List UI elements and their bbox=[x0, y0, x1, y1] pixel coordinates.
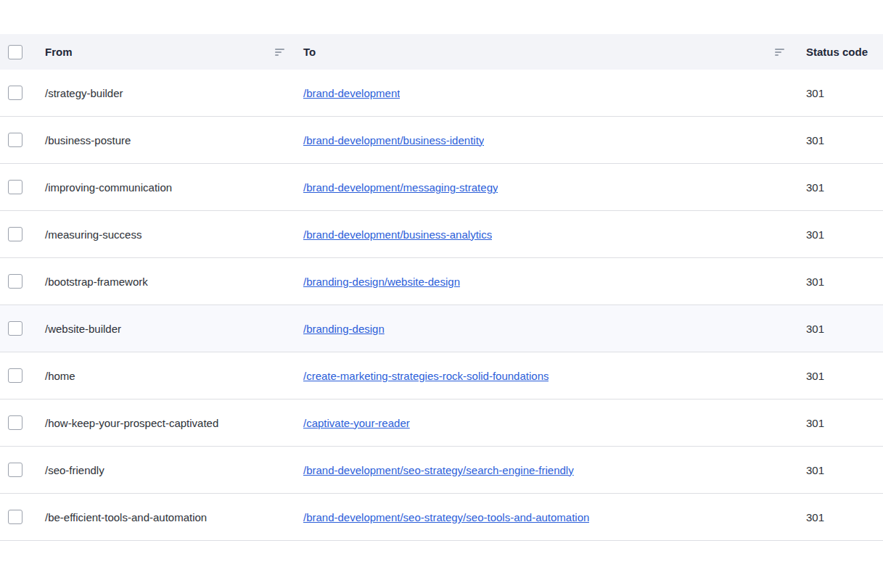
status-code: 301 bbox=[806, 417, 824, 429]
to-url-link[interactable]: /branding-design bbox=[303, 323, 385, 335]
row-checkbox-cell bbox=[0, 463, 45, 477]
to-url-link[interactable]: /captivate-your-reader bbox=[303, 417, 410, 429]
row-to-cell: /brand-development/seo-strategy/seo-tool… bbox=[303, 511, 806, 523]
from-url: /how-keep-your-prospect-captivated bbox=[45, 417, 218, 429]
row-checkbox-cell bbox=[0, 180, 45, 194]
status-code: 301 bbox=[806, 134, 824, 146]
row-checkbox-cell bbox=[0, 227, 45, 241]
row-checkbox[interactable] bbox=[8, 86, 22, 100]
sort-icon-to[interactable] bbox=[774, 47, 787, 57]
row-status-cell: 301 bbox=[806, 134, 883, 146]
row-to-cell: /branding-design/website-design bbox=[303, 276, 806, 288]
row-status-cell: 301 bbox=[806, 87, 883, 99]
row-status-cell: 301 bbox=[806, 228, 883, 241]
row-to-cell: /brand-development/business-analytics bbox=[303, 228, 806, 241]
status-code: 301 bbox=[806, 323, 824, 335]
from-url: /measuring-success bbox=[45, 228, 141, 241]
row-checkbox[interactable] bbox=[8, 274, 22, 289]
row-checkbox-cell bbox=[0, 274, 45, 289]
row-status-cell: 301 bbox=[806, 511, 883, 523]
column-header-to[interactable]: To bbox=[303, 46, 316, 58]
from-url: /home bbox=[45, 370, 75, 382]
row-from-cell: /how-keep-your-prospect-captivated bbox=[45, 417, 303, 429]
row-checkbox[interactable] bbox=[8, 368, 22, 383]
to-url-link[interactable]: /create-marketing-strategies-rock-solid-… bbox=[303, 370, 549, 382]
row-checkbox[interactable] bbox=[8, 415, 22, 430]
row-to-cell: /branding-design bbox=[303, 323, 806, 335]
row-to-cell: /brand-development/seo-strategy/search-e… bbox=[303, 464, 806, 476]
row-checkbox[interactable] bbox=[8, 510, 22, 524]
column-header-status-code: Status code bbox=[806, 46, 868, 58]
to-url-link[interactable]: /brand-development/business-analytics bbox=[303, 228, 492, 241]
row-to-cell: /brand-development/business-identity bbox=[303, 134, 806, 146]
row-checkbox[interactable] bbox=[8, 180, 22, 194]
table-row: /improving-communication /brand-developm… bbox=[0, 164, 883, 211]
header-from-cell: From bbox=[45, 46, 303, 58]
row-to-cell: /create-marketing-strategies-rock-solid-… bbox=[303, 370, 806, 382]
table-row: /strategy-builder /brand-development 301 bbox=[0, 70, 883, 117]
select-all-checkbox[interactable] bbox=[8, 45, 22, 59]
row-checkbox-cell bbox=[0, 510, 45, 524]
table-row: /how-keep-your-prospect-captivated /capt… bbox=[0, 399, 883, 447]
table-body: /strategy-builder /brand-development 301… bbox=[0, 70, 883, 541]
table-row: /website-builder /branding-design 301 bbox=[0, 305, 883, 352]
to-url-link[interactable]: /brand-development/seo-strategy/seo-tool… bbox=[303, 511, 589, 523]
status-code: 301 bbox=[806, 228, 824, 241]
row-checkbox[interactable] bbox=[8, 321, 22, 336]
table-row: /measuring-success /brand-development/bu… bbox=[0, 211, 883, 258]
row-from-cell: /be-efficient-tools-and-automation bbox=[45, 511, 303, 523]
row-status-cell: 301 bbox=[806, 464, 883, 476]
from-url: /strategy-builder bbox=[45, 87, 123, 99]
row-from-cell: /measuring-success bbox=[45, 228, 303, 241]
header-checkbox-cell bbox=[0, 45, 45, 59]
row-checkbox[interactable] bbox=[8, 227, 22, 241]
row-from-cell: /improving-communication bbox=[45, 181, 303, 194]
to-url-link[interactable]: /brand-development bbox=[303, 87, 400, 99]
status-code: 301 bbox=[806, 276, 824, 288]
column-header-from[interactable]: From bbox=[45, 46, 73, 58]
row-checkbox[interactable] bbox=[8, 133, 22, 147]
status-code: 301 bbox=[806, 87, 824, 99]
from-url: /improving-communication bbox=[45, 181, 172, 194]
table-row: /business-posture /brand-development/bus… bbox=[0, 117, 883, 164]
row-from-cell: /seo-friendly bbox=[45, 464, 303, 476]
status-code: 301 bbox=[806, 181, 824, 194]
status-code: 301 bbox=[806, 511, 824, 523]
row-checkbox-cell bbox=[0, 415, 45, 430]
row-status-cell: 301 bbox=[806, 323, 883, 335]
from-url: /business-posture bbox=[45, 134, 131, 146]
row-from-cell: /home bbox=[45, 370, 303, 382]
from-url: /bootstrap-framework bbox=[45, 276, 148, 288]
to-url-link[interactable]: /brand-development/business-identity bbox=[303, 134, 484, 146]
sort-icon-from[interactable] bbox=[274, 47, 287, 57]
table-row: /home /create-marketing-strategies-rock-… bbox=[0, 352, 883, 399]
status-code: 301 bbox=[806, 464, 824, 476]
row-to-cell: /captivate-your-reader bbox=[303, 417, 806, 429]
redirects-report-page: From To bbox=[0, 34, 883, 588]
row-from-cell: /website-builder bbox=[45, 323, 303, 335]
row-checkbox-cell bbox=[0, 368, 45, 383]
header-status-cell: Status code bbox=[806, 46, 883, 58]
to-url-link[interactable]: /branding-design/website-design bbox=[303, 276, 460, 288]
table-row: /seo-friendly /brand-development/seo-str… bbox=[0, 447, 883, 494]
from-url: /be-efficient-tools-and-automation bbox=[45, 511, 207, 523]
to-url-link[interactable]: /brand-development/messaging-strategy bbox=[303, 181, 498, 194]
row-from-cell: /strategy-builder bbox=[45, 87, 303, 99]
row-status-cell: 301 bbox=[806, 276, 883, 288]
row-checkbox-cell bbox=[0, 321, 45, 336]
row-status-cell: 301 bbox=[806, 181, 883, 194]
row-to-cell: /brand-development/messaging-strategy bbox=[303, 181, 806, 194]
row-status-cell: 301 bbox=[806, 417, 883, 429]
to-url-link[interactable]: /brand-development/seo-strategy/search-e… bbox=[303, 464, 574, 476]
redirects-table: From To bbox=[0, 34, 883, 541]
from-url: /website-builder bbox=[45, 323, 121, 335]
row-from-cell: /bootstrap-framework bbox=[45, 276, 303, 288]
header-to-cell: To bbox=[303, 46, 806, 58]
table-row: /be-efficient-tools-and-automation /bran… bbox=[0, 494, 883, 541]
table-row: /bootstrap-framework /branding-design/we… bbox=[0, 258, 883, 305]
from-url: /seo-friendly bbox=[45, 464, 104, 476]
row-checkbox[interactable] bbox=[8, 463, 22, 477]
status-code: 301 bbox=[806, 370, 824, 382]
row-to-cell: /brand-development bbox=[303, 87, 806, 99]
row-from-cell: /business-posture bbox=[45, 134, 303, 146]
